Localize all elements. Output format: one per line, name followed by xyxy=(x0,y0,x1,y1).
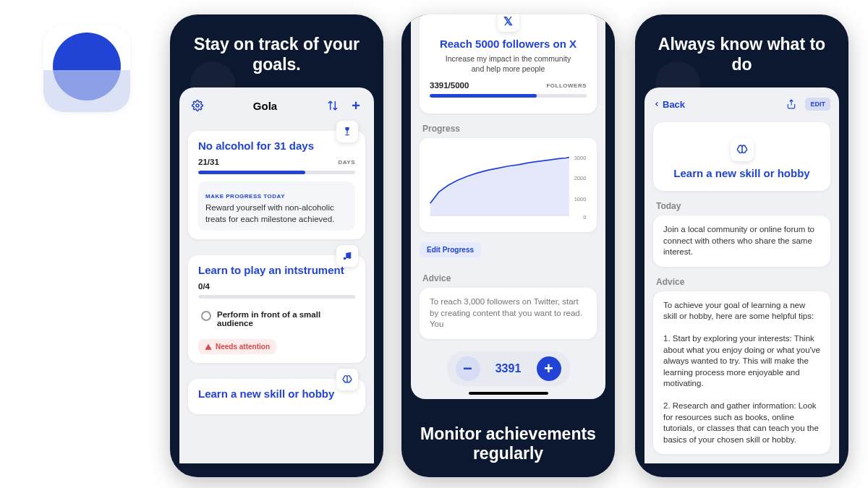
brain-icon xyxy=(731,138,754,161)
progress-label: Progress xyxy=(422,124,594,134)
app-title: Gola xyxy=(253,100,277,112)
progress-unit: DAYS xyxy=(339,159,356,166)
app-icon-overlay xyxy=(43,70,130,112)
svg-point-2 xyxy=(349,257,352,260)
goal-card-skill[interactable]: Learn a new skill or hobby xyxy=(188,379,365,414)
goal-title: No alcohol for 31 days xyxy=(198,140,355,152)
svg-text:2000: 2000 xyxy=(574,176,587,182)
progress-value: 21/31 xyxy=(198,158,219,166)
progress-value: 0/4 xyxy=(198,282,210,291)
phone-3: Always know what to do Back EDIT L xyxy=(635,14,848,477)
goal-title: Reach 5000 followers on X xyxy=(430,38,587,50)
music-icon xyxy=(336,245,358,267)
goal-title: Learn a new skill or hobby xyxy=(665,167,819,179)
gear-icon[interactable] xyxy=(190,98,205,114)
progress-bar xyxy=(430,94,587,98)
today-label: Today xyxy=(656,201,827,211)
goal-header-card: Learn a new skill or hobby xyxy=(653,122,830,191)
goal-title: Learn to play an intstrument xyxy=(198,264,355,276)
checkbox-icon[interactable] xyxy=(201,311,211,321)
svg-text:1000: 1000 xyxy=(574,196,587,202)
todo-label: Perform in front of a small audience xyxy=(217,310,352,328)
advice-text: To reach 3,000 followers on Twitter, sta… xyxy=(430,296,587,330)
trophy-icon xyxy=(336,121,358,142)
today-card: Join a local community or online forum t… xyxy=(653,215,830,267)
attention-label: Needs attention xyxy=(216,343,270,351)
app-icon xyxy=(43,25,130,112)
goal-card-alcohol[interactable]: No alcohol for 31 days 21/31 DAYS MAKE P… xyxy=(188,131,365,239)
svg-point-1 xyxy=(344,257,346,260)
stepper-value: 3391 xyxy=(490,362,527,375)
increment-button[interactable]: + xyxy=(537,356,561,381)
advice-label: Advice xyxy=(422,273,594,283)
svg-point-0 xyxy=(196,104,199,107)
progress-stepper: − 3391 + xyxy=(447,351,570,386)
tip-box: MAKE PROGRESS TODAY Reward yourself with… xyxy=(198,181,355,231)
brain-icon xyxy=(336,369,358,390)
home-indicator xyxy=(469,392,548,395)
x-icon: 𝕏 xyxy=(498,14,519,32)
svg-text:3000: 3000 xyxy=(574,155,587,162)
progress-unit: FOLLOWERS xyxy=(546,82,587,89)
progress-value: 3391/5000 xyxy=(430,81,469,90)
progress-chart: 3000 2000 1000 0 xyxy=(420,138,597,232)
tip-subhead: MAKE PROGRESS TODAY xyxy=(205,193,348,200)
phone-2: 𝕏 Reach 5000 followers on X Increase my … xyxy=(401,14,615,477)
headline-3: Always know what to do xyxy=(635,14,848,87)
back-label: Back xyxy=(663,99,685,110)
topbar: Gola + xyxy=(179,87,374,118)
edit-progress-button[interactable]: Edit Progress xyxy=(420,242,481,257)
progress-bar xyxy=(198,171,355,174)
add-icon[interactable]: + xyxy=(348,98,364,114)
headline-1: Stay on track of your goals. xyxy=(170,14,383,87)
screen-3: Back EDIT Learn a new skill or hobby Tod… xyxy=(644,87,839,463)
share-icon[interactable] xyxy=(783,96,799,112)
advice-card: To reach 3,000 followers on Twitter, sta… xyxy=(420,288,597,339)
headline-2: Monitor achievements regularly xyxy=(401,424,615,464)
advice-label: Advice xyxy=(656,277,827,287)
goal-header-card: 𝕏 Reach 5000 followers on X Increase my … xyxy=(420,14,597,114)
edit-button[interactable]: EDIT xyxy=(805,98,830,111)
sort-icon[interactable] xyxy=(325,98,341,114)
screen-1: Gola + No alcohol for 31 days 21/31 DAYS xyxy=(179,87,374,463)
screen-2: 𝕏 Reach 5000 followers on X Increase my … xyxy=(411,14,605,399)
tip-text: Reward yourself with non-alcoholic treat… xyxy=(205,202,348,225)
goal-subtitle: Increase my impact in the community and … xyxy=(444,54,572,74)
advice-card: To achieve your goal of learning a new s… xyxy=(653,291,830,455)
attention-badge: Needs attention xyxy=(198,339,276,354)
progress-bar xyxy=(198,295,355,299)
goal-title: Learn a new skill or hobby xyxy=(198,388,355,400)
advice-text: To achieve your goal of learning a new s… xyxy=(663,300,820,446)
back-button[interactable]: Back xyxy=(653,99,685,110)
goal-card-instrument[interactable]: Learn to play an intstrument 0/4 Perform… xyxy=(188,255,365,363)
today-text: Join a local community or online forum t… xyxy=(663,224,820,258)
decrement-button[interactable]: − xyxy=(456,356,480,381)
todo-item[interactable]: Perform in front of a small audience xyxy=(198,306,355,332)
svg-text:0: 0 xyxy=(583,214,586,221)
phone-1: Stay on track of your goals. Gola + xyxy=(170,14,383,477)
